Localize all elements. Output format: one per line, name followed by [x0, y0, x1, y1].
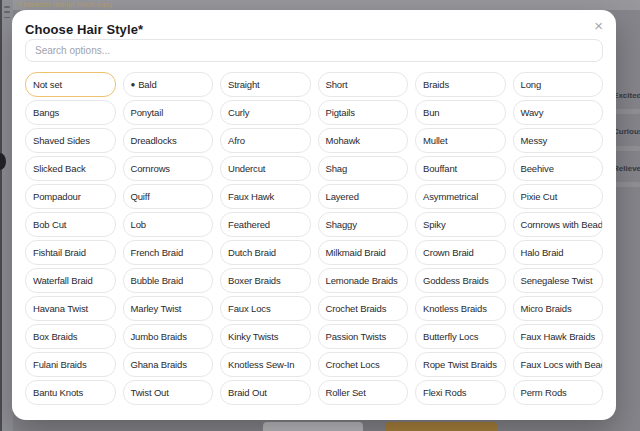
hairstyle-option[interactable]: Crown Braid	[415, 240, 506, 265]
hairstyle-option[interactable]: Messy	[513, 128, 604, 153]
hairstyle-option[interactable]: Roller Set	[318, 380, 409, 405]
hairstyle-option[interactable]: Asymmetrical	[415, 184, 506, 209]
option-label: Box Braids	[33, 331, 77, 342]
option-label: Perm Rods	[521, 387, 567, 398]
background-item-label: Curious	[613, 127, 640, 136]
hairstyle-option[interactable]: Bangs	[25, 100, 116, 125]
option-label: Lob	[131, 219, 146, 230]
hairstyle-option[interactable]: Crochet Locs	[318, 352, 409, 377]
hairstyle-option[interactable]: Pixie Cut	[513, 184, 604, 209]
hairstyle-option[interactable]: Fishtail Braid	[25, 240, 116, 265]
hairstyle-option[interactable]: Bantu Knots	[25, 380, 116, 405]
hairstyle-option[interactable]: Shaggy	[318, 212, 409, 237]
option-label: Twist Out	[131, 387, 169, 398]
option-label: Faux Hawk	[228, 191, 274, 202]
hairstyle-option[interactable]: Passion Twists	[318, 324, 409, 349]
hairstyle-option[interactable]: Slicked Back	[25, 156, 116, 181]
hairstyle-option[interactable]: Layered	[318, 184, 409, 209]
hairstyle-option[interactable]: Rope Twist Braids	[415, 352, 506, 377]
hairstyle-option[interactable]: Short	[318, 72, 409, 97]
hairstyle-option[interactable]: Quiff	[123, 184, 214, 209]
option-label: Wavy	[521, 107, 544, 118]
hairstyle-option[interactable]: Shaved Sides	[25, 128, 116, 153]
option-label: Knotless Braids	[423, 303, 487, 314]
hairstyle-option[interactable]: Senegalese Twist	[513, 268, 604, 293]
option-label: Faux Hawk Braids	[521, 331, 596, 342]
hairstyle-option[interactable]: Crochet Braids	[318, 296, 409, 321]
option-label: Marley Twist	[131, 303, 182, 314]
hairstyle-option[interactable]: Goddess Braids	[415, 268, 506, 293]
hairstyle-option[interactable]: Faux Locs	[220, 296, 311, 321]
hairstyle-option[interactable]: Afro	[220, 128, 311, 153]
hairstyle-option[interactable]: Micro Braids	[513, 296, 604, 321]
hairstyle-option[interactable]: Undercut	[220, 156, 311, 181]
hairstyle-option[interactable]: Pigtails	[318, 100, 409, 125]
hairstyle-option[interactable]: Fulani Braids	[25, 352, 116, 377]
hairstyle-option[interactable]: Feathered	[220, 212, 311, 237]
hairstyle-option[interactable]: Bun	[415, 100, 506, 125]
hairstyle-option[interactable]: Dreadlocks	[123, 128, 214, 153]
option-label: Bantu Knots	[33, 387, 83, 398]
option-label: Braids	[423, 79, 449, 90]
hairstyle-option[interactable]: Bouffant	[415, 156, 506, 181]
hairstyle-option[interactable]: Mohawk	[318, 128, 409, 153]
hairstyle-option[interactable]: Dutch Braid	[220, 240, 311, 265]
choose-hair-style-modal: Choose Hair Style* × Not set ● Bald Stra…	[12, 10, 616, 420]
option-label: Bouffant	[423, 163, 457, 174]
hairstyle-option[interactable]: Boxer Braids	[220, 268, 311, 293]
sidebar-edge	[0, 0, 2, 431]
hairstyle-option[interactable]: Knotless Braids	[415, 296, 506, 321]
hairstyle-option[interactable]: Perm Rods	[513, 380, 604, 405]
hairstyle-option[interactable]: Knotless Sew-In	[220, 352, 311, 377]
hairstyle-option[interactable]: Beehive	[513, 156, 604, 181]
search-input[interactable]	[25, 39, 603, 62]
hairstyle-option[interactable]: Cornrows	[123, 156, 214, 181]
hairstyle-option[interactable]: Not set	[25, 72, 116, 97]
hairstyle-option[interactable]: Long	[513, 72, 604, 97]
hairstyle-option[interactable]: Faux Hawk	[220, 184, 311, 209]
option-label: Micro Braids	[521, 303, 572, 314]
hairstyle-option[interactable]: Pompadour	[25, 184, 116, 209]
option-label: Spiky	[423, 219, 445, 230]
hairstyle-option[interactable]: Flexi Rods	[415, 380, 506, 405]
hairstyle-option[interactable]: Straight	[220, 72, 311, 97]
option-label: Dutch Braid	[228, 247, 276, 258]
hairstyle-option[interactable]: Ponytail	[123, 100, 214, 125]
hairstyle-option[interactable]: Mullet	[415, 128, 506, 153]
hairstyle-option[interactable]: Marley Twist	[123, 296, 214, 321]
hairstyle-option[interactable]: Jumbo Braids	[123, 324, 214, 349]
hairstyle-option[interactable]: Braids	[415, 72, 506, 97]
hairstyle-option[interactable]: Butterfly Locs	[415, 324, 506, 349]
hairstyle-option[interactable]: ● Bald	[123, 72, 214, 97]
option-label: Faux Locs with Beads	[521, 359, 604, 370]
hairstyle-option[interactable]: Twist Out	[123, 380, 214, 405]
hairstyle-option[interactable]: Shag	[318, 156, 409, 181]
app-header-bar: Character design made easy.	[0, 0, 640, 10]
grip-icon[interactable]	[4, 6, 10, 18]
hairstyle-option[interactable]: Kinky Twists	[220, 324, 311, 349]
hairstyle-option[interactable]: Ghana Braids	[123, 352, 214, 377]
hairstyle-option[interactable]: Cornrows with Beads	[513, 212, 604, 237]
hairstyle-option[interactable]: Milkmaid Braid	[318, 240, 409, 265]
hairstyle-option[interactable]: Bob Cut	[25, 212, 116, 237]
option-label: Bob Cut	[33, 219, 66, 230]
hairstyle-option[interactable]: Curly	[220, 100, 311, 125]
hairstyle-option[interactable]: Box Braids	[25, 324, 116, 349]
option-label: Not set	[33, 79, 62, 90]
hairstyle-option[interactable]: Havana Twist	[25, 296, 116, 321]
hairstyle-option[interactable]: Halo Braid	[513, 240, 604, 265]
hairstyle-option[interactable]: Braid Out	[220, 380, 311, 405]
hairstyle-option[interactable]: Faux Locs with Beads	[513, 352, 604, 377]
option-label: Cornrows with Beads	[521, 219, 604, 230]
hairstyle-option[interactable]: Wavy	[513, 100, 604, 125]
hairstyle-option[interactable]: Lob	[123, 212, 214, 237]
option-label: French Braid	[131, 247, 184, 258]
hairstyle-option[interactable]: Waterfall Braid	[25, 268, 116, 293]
hairstyle-option[interactable]: Spiky	[415, 212, 506, 237]
option-label: Afro	[228, 135, 245, 146]
close-icon[interactable]: ×	[594, 18, 603, 34]
hairstyle-option[interactable]: French Braid	[123, 240, 214, 265]
hairstyle-option[interactable]: Lemonade Braids	[318, 268, 409, 293]
hairstyle-option[interactable]: Bubble Braid	[123, 268, 214, 293]
hairstyle-option[interactable]: Faux Hawk Braids	[513, 324, 604, 349]
